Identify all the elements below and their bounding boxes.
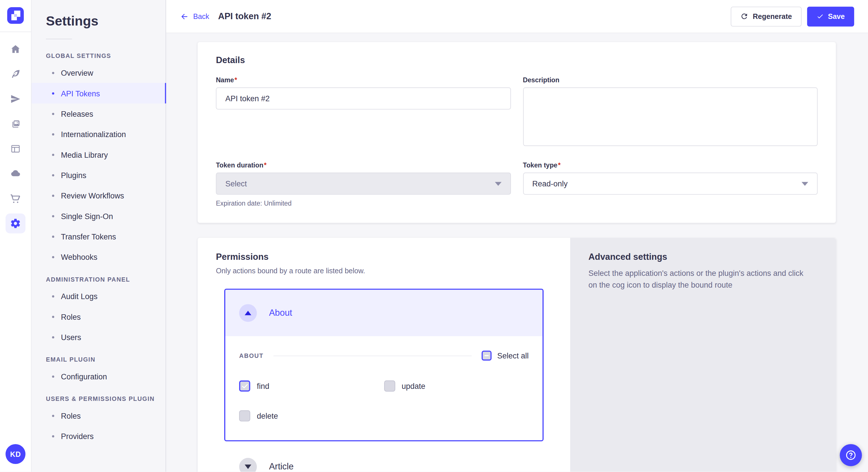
bullet-icon — [52, 414, 54, 417]
bullet-icon — [52, 154, 54, 156]
accordion-header-about[interactable]: About — [225, 290, 542, 336]
sidebar-item[interactable]: Providers — [32, 426, 166, 446]
sidebar-item[interactable]: Single Sign-On — [32, 206, 166, 226]
permission-action[interactable]: update — [384, 380, 528, 392]
bullet-icon — [52, 133, 54, 135]
required-asterisk: * — [558, 162, 561, 169]
nav-section-label: ADMINISTRATION PANEL — [46, 276, 166, 282]
section-divider — [274, 355, 472, 356]
nav-deploy-button[interactable] — [5, 164, 25, 183]
nav-home-button[interactable] — [5, 39, 25, 59]
settings-sidebar: Settings GLOBAL SETTINGS Overview API To… — [32, 0, 166, 472]
sidebar-item[interactable]: Webhooks — [32, 247, 166, 267]
settings-gear-icon — [10, 218, 21, 229]
sidebar-item[interactable]: Users — [32, 327, 166, 347]
details-card: Details Name* Description Token duration… — [197, 42, 836, 223]
sidebar-item[interactable]: Roles — [32, 306, 166, 327]
bullet-icon — [52, 295, 54, 297]
strapi-logo-icon — [7, 7, 24, 24]
permissions-subtitle: Only actions bound by a route are listed… — [216, 267, 552, 275]
sidebar-item[interactable]: Internationalization — [32, 124, 166, 144]
sidebar-item[interactable]: Configuration — [32, 366, 166, 386]
page-body: Details Name* Description Token duration… — [166, 33, 868, 472]
rail-divider — [0, 32, 31, 32]
sidebar-item[interactable]: API Tokens — [32, 83, 166, 103]
action-checkbox[interactable] — [384, 380, 395, 392]
bullet-icon — [52, 435, 54, 437]
nav-media-button[interactable] — [5, 114, 25, 134]
expand-toggle-button[interactable] — [239, 458, 257, 472]
advanced-settings-description: Select the application's actions or the … — [588, 268, 807, 291]
token-type-field-group: Token type* Read-only — [523, 162, 818, 207]
bullet-icon — [52, 174, 54, 176]
nav-section-administration-panel: ADMINISTRATION PANEL Audit Logs Roles — [32, 276, 166, 347]
expiration-hint: Expiration date: Unlimited — [216, 200, 510, 207]
accordion-header-article[interactable]: Article — [224, 444, 544, 472]
strapi-logo[interactable] — [7, 7, 24, 24]
select-all-label: Select all — [497, 351, 529, 360]
bullet-icon — [52, 336, 54, 338]
action-checkbox[interactable] — [239, 380, 250, 392]
page-title: API token #2 — [218, 11, 271, 22]
sidebar-title-divider — [46, 39, 72, 39]
advanced-settings-panel: Advanced settings Select the application… — [570, 238, 836, 472]
token-type-select[interactable]: Read-only — [523, 173, 818, 195]
collapse-toggle-button[interactable] — [239, 304, 257, 322]
sidebar-item[interactable]: Plugins — [32, 165, 166, 185]
sidebar-item[interactable]: Releases — [32, 103, 166, 124]
bullet-icon — [52, 72, 54, 74]
chevron-down-icon — [245, 465, 251, 469]
app-window: KD Settings GLOBAL SETTINGS Overview API… — [0, 0, 868, 472]
select-all-checkbox[interactable] — [482, 351, 492, 361]
bullet-icon — [52, 315, 54, 318]
required-asterisk: * — [235, 76, 237, 84]
permissions-heading: Permissions — [216, 252, 552, 262]
user-avatar[interactable]: KD — [5, 444, 25, 464]
sidebar-item[interactable]: Review Workflows — [32, 185, 166, 206]
permission-action[interactable]: find — [239, 380, 384, 392]
sidebar-title: Settings — [46, 13, 166, 29]
regenerate-button[interactable]: Regenerate — [731, 6, 801, 26]
nav-section-users-permissions-plugin: USERS & PERMISSIONS PLUGIN Roles Provide… — [32, 396, 166, 446]
save-button[interactable]: Save — [807, 6, 854, 26]
question-mark-icon — [845, 449, 857, 461]
bullet-icon — [52, 375, 54, 378]
arrow-left-icon — [180, 12, 189, 21]
details-heading: Details — [216, 55, 817, 65]
sidebar-item[interactable]: Audit Logs — [32, 286, 166, 306]
name-field-group: Name* — [216, 76, 510, 148]
description-input[interactable] — [523, 88, 818, 146]
check-icon — [816, 12, 824, 20]
page-header: Back API token #2 Regenerate Save — [166, 0, 868, 33]
paper-plane-icon — [10, 94, 21, 105]
nav-settings-button[interactable] — [5, 213, 25, 233]
nav-content-type-builder-button[interactable] — [5, 139, 25, 159]
about-section-label: ABOUT — [239, 352, 264, 359]
name-input[interactable] — [216, 88, 510, 109]
cloud-icon — [10, 168, 21, 179]
accordion-body-about: ABOUT Select all — [225, 336, 542, 440]
help-button[interactable] — [840, 444, 862, 466]
nav-section-label: GLOBAL SETTINGS — [46, 53, 166, 59]
refresh-icon — [740, 12, 748, 20]
check-icon — [241, 382, 248, 390]
nav-marketplace-button[interactable] — [5, 189, 25, 208]
action-checkbox[interactable] — [239, 410, 250, 422]
sidebar-item[interactable]: Transfer Tokens — [32, 226, 166, 247]
token-duration-select[interactable]: Select — [216, 173, 510, 195]
token-duration-label: Token duration* — [216, 162, 510, 169]
nav-content-button[interactable] — [5, 64, 25, 84]
sidebar-item[interactable]: Roles — [32, 405, 166, 426]
permission-action[interactable]: delete — [239, 410, 384, 422]
sidebar-item[interactable]: Media Library — [32, 144, 166, 165]
sidebar-item[interactable]: Overview — [32, 63, 166, 83]
bullet-icon — [52, 235, 54, 238]
description-label: Description — [523, 76, 818, 84]
advanced-settings-heading: Advanced settings — [588, 252, 817, 262]
nav-section-global-settings: GLOBAL SETTINGS Overview API Tokens — [32, 53, 166, 267]
main-content: Back API token #2 Regenerate Save Detail… — [166, 0, 868, 472]
bullet-icon — [52, 194, 54, 197]
nav-releases-button[interactable] — [5, 89, 25, 109]
nav-section-email-plugin: EMAIL PLUGIN Configuration — [32, 356, 166, 386]
back-link[interactable]: Back — [180, 12, 209, 21]
